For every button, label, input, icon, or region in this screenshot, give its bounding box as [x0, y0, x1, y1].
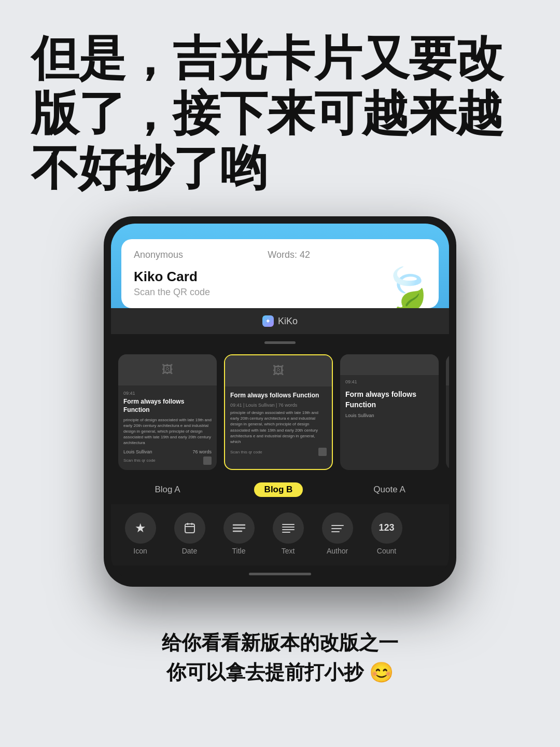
card-label-blog-b: Blog B — [224, 482, 333, 497]
card-timestamp-blog-a: 09:41 — [123, 391, 212, 396]
card-qr-icon-blog-a — [203, 457, 212, 465]
white-card-left: Anonymous Words: 42 Kiko Card Scan the Q… — [134, 250, 310, 298]
cards-labels: Blog A Blog B Quote A — [111, 478, 449, 504]
card-timestamp-blog-b: 09:41 | Louis Sullivan | 76 words — [230, 403, 327, 408]
card-quote-title: Form always follows Function — [340, 390, 439, 410]
card-qr-text-blog-b: Scan this qr code — [230, 450, 262, 454]
toolbar-item-icon[interactable]: ★ Icon — [118, 513, 162, 555]
card-quote-a[interactable]: 09:41 Form always follows Function Louis… — [340, 354, 439, 469]
card-image-blog-a: 🖼 — [118, 354, 217, 385]
card-qr-row2-blog-a: Scan this qr code — [123, 457, 212, 465]
bottom-sheet: 🖼 09:41 Form always follows Function pri… — [111, 341, 449, 575]
card-qr-text-blog-a: Scan this qr code — [123, 458, 156, 463]
page-title: 但是，吉光卡片又要改版了，接下来可越来越不好抄了哟 — [31, 31, 529, 196]
card-image-quote-a — [340, 354, 439, 375]
card-desc-blog-a: principle of design associated with late… — [123, 417, 212, 446]
svg-rect-0 — [185, 524, 194, 533]
drag-handle[interactable] — [264, 341, 296, 344]
header-section: 但是，吉光卡片又要改版了，接下来可越来越不好抄了哟 — [0, 0, 560, 216]
toolbar-icon-date — [174, 513, 205, 544]
toolbar-label-text: Text — [282, 547, 295, 555]
card-body-partial: 09:41 Form follo... — [446, 385, 449, 414]
card-label-badge-blog-b: Blog B — [254, 482, 303, 497]
toolbar-item-count[interactable]: 123 Count — [365, 513, 409, 555]
toolbar-item-text[interactable]: Text — [266, 513, 310, 555]
white-card-emoji: 🍃 — [376, 259, 439, 308]
footer-text: 给你看看新版本的改版之一你可以拿去提前打小抄 😊 — [41, 628, 519, 687]
toolbar-icon-title — [223, 513, 255, 544]
card-blog-b[interactable]: 🖼 Form always follows Function 09:41 | L… — [224, 354, 333, 469]
toolbar-item-date[interactable]: Date — [167, 513, 212, 555]
card-qr-row-blog-a: Louis Sullivan 76 words — [123, 449, 212, 454]
top-card-area: Anonymous Words: 42 Kiko Card Scan the Q… — [111, 224, 449, 308]
white-card-meta: Anonymous Words: 42 — [134, 250, 310, 260]
card-image-partial — [446, 354, 449, 385]
toolbar-item-author[interactable]: Author — [315, 513, 359, 555]
white-card-anonymous: Anonymous — [134, 250, 183, 260]
toolbar-123-text: 123 — [379, 522, 394, 533]
toolbar-icon-text — [273, 513, 304, 544]
home-indicator — [249, 573, 311, 575]
white-card: Anonymous Words: 42 Kiko Card Scan the Q… — [121, 239, 439, 308]
kiko-bar: ✦ KiKo — [111, 308, 449, 334]
toolbar-icon-star: ★ — [125, 513, 156, 544]
card-desc-blog-b: principle of design associated with late… — [230, 410, 327, 445]
image-icon-blog-a: 🖼 — [162, 363, 173, 377]
footer-section: 给你看看新版本的改版之一你可以拿去提前打小抄 😊 — [0, 618, 560, 718]
card-qr-row-blog-b: Scan this qr code — [230, 448, 327, 456]
phone-mockup: Anonymous Words: 42 Kiko Card Scan the Q… — [104, 216, 456, 586]
card-blog-a[interactable]: 🖼 09:41 Form always follows Function pri… — [118, 354, 217, 469]
toolbar-items: ★ Icon — [116, 513, 444, 555]
card-title-blog-a: Form always follows Function — [123, 398, 212, 414]
cards-row: 🖼 09:41 Form always follows Function pri… — [111, 354, 449, 478]
bottom-toolbar: ★ Icon — [111, 504, 449, 565]
white-card-words: Words: 42 — [268, 250, 310, 260]
toolbar-icon-author — [322, 513, 353, 544]
card-label-blog-a: Blog A — [118, 485, 217, 495]
card-body-blog-b: Form always follows Function 09:41 | Lou… — [225, 386, 332, 461]
white-card-title: Kiko Card — [134, 269, 310, 285]
toolbar-icon-count: 123 — [371, 513, 402, 544]
toolbar-label-icon: Icon — [133, 547, 147, 555]
white-card-subtitle: Scan the QR code — [134, 287, 310, 298]
kiko-logo-icon: ✦ — [262, 315, 274, 327]
toolbar-label-title: Title — [232, 547, 246, 555]
card-partial[interactable]: 09:41 Form follo... — [446, 354, 449, 469]
kiko-bar-label: KiKo — [278, 316, 298, 327]
card-label-quote-a: Quote A — [340, 485, 439, 495]
card-count-blog-a: 76 words — [192, 449, 212, 454]
card-image-blog-b: 🖼 — [225, 355, 332, 386]
image-icon-blog-b: 🖼 — [273, 364, 284, 378]
phone-inner: Anonymous Words: 42 Kiko Card Scan the Q… — [111, 224, 449, 579]
toolbar-item-title[interactable]: Title — [217, 513, 261, 555]
card-body-blog-a: 09:41 Form always follows Function princ… — [118, 385, 217, 469]
card-author-blog-a: Louis Sullivan — [123, 449, 152, 454]
toolbar-label-date: Date — [182, 547, 198, 555]
toolbar-label-count: Count — [377, 547, 396, 555]
card-title-blog-b: Form always follows Function — [230, 392, 327, 400]
card-quote-author: Louis Sullivan — [340, 413, 439, 423]
card-qr-icon-blog-b — [318, 448, 327, 456]
card-timestamp-quote-a: 09:41 — [340, 375, 439, 384]
toolbar-label-author: Author — [327, 547, 348, 555]
phone-container: Anonymous Words: 42 Kiko Card Scan the Q… — [0, 216, 560, 586]
